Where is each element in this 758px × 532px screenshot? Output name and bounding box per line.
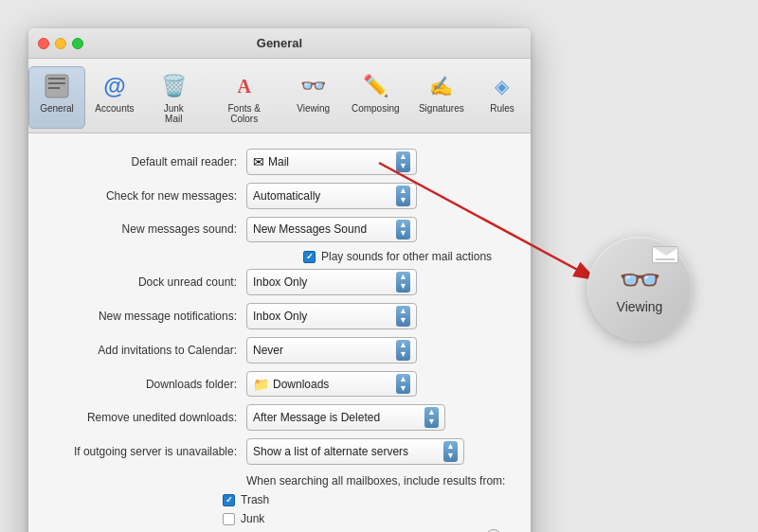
- envelope-line1: [656, 258, 675, 260]
- select-arrows-9: ▲▼: [443, 441, 458, 462]
- window-title: General: [257, 36, 302, 50]
- label-junk: Junk: [241, 512, 264, 525]
- tab-rules-label: Rules: [490, 103, 514, 114]
- label-outgoing-server: If outgoing server is unavailable:: [47, 445, 246, 458]
- title-bar: General: [28, 28, 531, 59]
- glasses-icon: 👓: [619, 263, 661, 297]
- select-outgoing-server[interactable]: Show a list of alternate servers ▲▼: [246, 438, 464, 465]
- content-area: Default email reader: ✉ Mail ▲▼ Check fo…: [28, 133, 531, 532]
- control-downloads: 📁 Downloads ▲▼: [246, 371, 512, 398]
- tab-general-label: General: [40, 103, 74, 114]
- select-check-messages[interactable]: Automatically ▲▼: [246, 183, 417, 209]
- tab-junk[interactable]: 🗑️ Junk Mail: [144, 66, 204, 129]
- viewing-icon-circle: 👓 Viewing: [587, 237, 692, 341]
- label-notifications: New message notifications:: [47, 310, 246, 323]
- control-new-sound: New Messages Sound ▲▼: [246, 217, 512, 243]
- maximize-button[interactable]: [72, 38, 83, 49]
- svg-rect-1: [48, 78, 65, 80]
- select-check-messages-value: Automatically: [253, 189, 392, 203]
- select-notifications-value: Inbox Only: [253, 310, 392, 323]
- preferences-window: General General @ Accounts 🗑️ Junk Mail …: [28, 28, 531, 532]
- row-remove-downloads: Remove unedited downloads: After Message…: [47, 404, 512, 431]
- label-check-messages: Check for new messages:: [47, 189, 246, 203]
- row-notifications: New message notifications: Inbox Only ▲▼: [47, 303, 512, 329]
- junk-icon: 🗑️: [158, 71, 189, 101]
- checkbox-trash[interactable]: [223, 494, 235, 506]
- select-invitations-value: Never: [253, 344, 392, 357]
- viewing-circle-label: Viewing: [617, 299, 663, 314]
- envelope-decoration: [652, 246, 678, 263]
- select-arrows-8: ▲▼: [424, 407, 439, 428]
- control-notifications: Inbox Only ▲▼: [246, 303, 512, 329]
- select-dock-unread[interactable]: Inbox Only ▲▼: [246, 269, 417, 295]
- select-default-email[interactable]: ✉ Mail ▲▼: [246, 149, 417, 175]
- select-new-sound[interactable]: New Messages Sound ▲▼: [246, 217, 417, 243]
- select-notifications[interactable]: Inbox Only ▲▼: [246, 303, 417, 329]
- tab-accounts[interactable]: @ Accounts: [85, 66, 144, 129]
- row-new-sound: New messages sound: New Messages Sound ▲…: [47, 217, 512, 243]
- select-invitations[interactable]: Never ▲▼: [246, 337, 417, 364]
- tab-signatures[interactable]: ✍️ Signatures: [409, 66, 474, 129]
- tab-signatures-label: Signatures: [419, 103, 464, 114]
- tab-fonts-label: Fonts & Colors: [214, 103, 275, 124]
- tab-fonts[interactable]: A Fonts & Colors: [204, 66, 285, 129]
- tab-accounts-label: Accounts: [95, 103, 134, 114]
- toolbar: General @ Accounts 🗑️ Junk Mail A Fonts …: [28, 59, 531, 133]
- tab-composing-label: Composing: [352, 103, 400, 114]
- label-trash: Trash: [241, 493, 269, 506]
- label-new-sound: New messages sound:: [47, 222, 246, 236]
- label-invitations: Add invitations to Calendar:: [47, 344, 246, 357]
- tab-general[interactable]: General: [28, 66, 85, 129]
- composing-icon: ✏️: [360, 71, 390, 101]
- row-junk: Junk: [223, 512, 512, 525]
- select-downloads[interactable]: 📁 Downloads ▲▼: [246, 371, 417, 398]
- tab-rules[interactable]: ◈ Rules: [474, 66, 531, 129]
- tab-junk-label: Junk Mail: [154, 103, 193, 124]
- minimize-button[interactable]: [55, 38, 66, 49]
- control-check-messages: Automatically ▲▼: [246, 183, 512, 209]
- label-dock-unread: Dock unread count:: [47, 275, 246, 289]
- accounts-icon: @: [99, 71, 130, 101]
- rules-icon: ◈: [487, 71, 517, 101]
- select-dock-unread-value: Inbox Only: [253, 275, 392, 289]
- search-section: When searching all mailboxes, include re…: [47, 474, 512, 532]
- tab-viewing[interactable]: 👓 Viewing: [285, 66, 342, 129]
- svg-rect-2: [48, 82, 65, 84]
- folder-icon: 📁: [253, 377, 269, 392]
- select-remove-downloads[interactable]: After Message is Deleted ▲▼: [246, 404, 445, 431]
- select-arrows-6: ▲▼: [396, 340, 410, 361]
- row-default-email: Default email reader: ✉ Mail ▲▼: [47, 149, 512, 175]
- envelope-flap: [653, 247, 679, 256]
- tab-viewing-label: Viewing: [297, 103, 330, 114]
- svg-rect-3: [48, 87, 60, 89]
- row-trash: Trash: [223, 493, 512, 506]
- label-play-sounds: Play sounds for other mail actions: [321, 250, 492, 263]
- row-invitations: Add invitations to Calendar: Never ▲▼: [47, 337, 512, 364]
- label-default-email: Default email reader:: [47, 155, 246, 168]
- row-downloads: Downloads folder: 📁 Downloads ▲▼: [47, 371, 512, 398]
- row-outgoing-server: If outgoing server is unavailable: Show …: [47, 438, 512, 465]
- select-arrows-4: ▲▼: [396, 272, 410, 293]
- select-remove-downloads-value: After Message is Deleted: [253, 411, 421, 424]
- row-check-messages: Check for new messages: Automatically ▲▼: [47, 183, 512, 209]
- select-arrows: ▲▼: [396, 151, 410, 172]
- select-downloads-value: Downloads: [273, 378, 392, 391]
- control-dock-unread: Inbox Only ▲▼: [246, 269, 512, 295]
- select-new-sound-value: New Messages Sound: [253, 222, 392, 236]
- tab-composing[interactable]: ✏️ Composing: [342, 66, 409, 129]
- label-downloads: Downloads folder:: [47, 378, 246, 391]
- close-button[interactable]: [38, 38, 49, 49]
- select-outgoing-server-value: Show a list of alternate servers: [253, 445, 440, 458]
- mail-app-icon: ✉: [253, 154, 264, 169]
- select-arrows-5: ▲▼: [396, 306, 410, 327]
- checkbox-play-sounds[interactable]: [303, 251, 316, 263]
- fonts-icon: A: [229, 71, 260, 101]
- label-remove-downloads: Remove unedited downloads:: [47, 411, 246, 424]
- select-arrows-7: ▲▼: [396, 374, 410, 395]
- control-outgoing-server: Show a list of alternate servers ▲▼: [246, 438, 512, 465]
- checkbox-junk[interactable]: [223, 513, 235, 525]
- control-default-email: ✉ Mail ▲▼: [246, 149, 512, 175]
- select-arrows-2: ▲▼: [396, 186, 410, 206]
- row-play-sounds: Play sounds for other mail actions: [303, 250, 512, 263]
- traffic-lights: [38, 38, 83, 49]
